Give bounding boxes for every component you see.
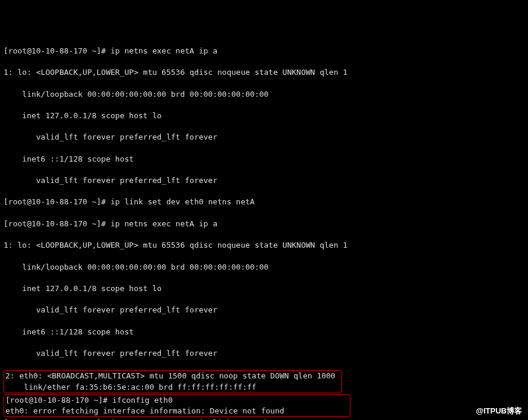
output-line: 1: lo: <LOOPBACK,UP,LOWER_UP> mtu 65536 … [4,67,524,78]
command-text: ip link set dev eth0 netns netA [110,197,255,206]
output-line: inet6 ::1/128 scope host [4,327,524,337]
highlight-annotation-eth0-down: 2: eth0: <BROADCAST,MULTICAST> mtu 1500 … [4,370,342,393]
output-line: 2: eth0: <BROADCAST,MULTICAST> mtu 1500 … [5,371,340,381]
terminal-line: [root@10-10-88-170 ~]# ip netns exec net… [4,219,524,229]
output-line: inet 127.0.0.1/8 scope host lo [4,283,524,294]
output-line: link/loopback 00:00:00:00:00:00 brd 00:0… [4,89,524,100]
output-line: link/loopback 00:00:00:00:00:00 brd 00:0… [4,262,524,273]
shell-prompt: [root@10-10-88-170 ~]# [4,219,110,228]
output-error-line: eth0: error fetching interface informati… [5,406,349,416]
output-line: inet 127.0.0.1/8 scope host lo [4,110,524,121]
output-line: 1: lo: <LOOPBACK,UP,LOWER_UP> mtu 65536 … [4,240,524,251]
terminal-line: [root@10-10-88-170 ~]# ip netns exec net… [4,46,524,56]
terminal-line: [root@10-10-88-170 ~]# ip netns exec net… [4,418,524,420]
watermark-label: @ITPUB博客 [476,406,522,416]
output-line: inet6 ::1/128 scope host [4,154,524,165]
output-line: link/ether fa:35:b6:5e:ac:00 brd ff:ff:f… [5,382,340,393]
command-text: ip netns exec netA ip a [110,46,217,55]
shell-prompt: [root@10-10-88-170 ~]# [4,197,110,206]
command-text: ip netns exec netA ip a [110,219,217,228]
output-line: valid_lft forever preferred_lft forever [4,348,524,359]
terminal-line: [root@10-10-88-170 ~]# ip link set dev e… [4,197,524,207]
command-text: ifconfig eth0 [112,396,173,405]
shell-prompt: [root@10-10-88-170 ~]# [5,396,112,405]
shell-prompt: [root@10-10-88-170 ~]# [4,46,110,55]
highlight-annotation-device-not-found: [root@10-10-88-170 ~]# ifconfig eth0eth0… [4,394,350,417]
output-line: valid_lft forever preferred_lft forever [4,175,524,186]
output-line: valid_lft forever preferred_lft forever [4,305,524,315]
output-line: valid_lft forever preferred_lft forever [4,132,524,143]
terminal-line: [root@10-10-88-170 ~]# ifconfig eth0 [5,395,349,406]
